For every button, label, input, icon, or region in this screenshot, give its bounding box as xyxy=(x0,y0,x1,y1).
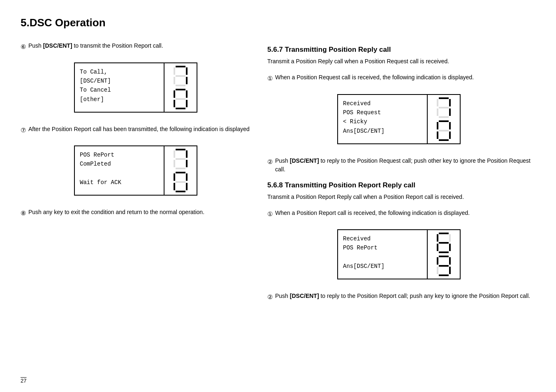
display1-digits xyxy=(164,63,197,112)
step6-circle: ⑥ xyxy=(21,42,26,52)
step8-text: Push any key to exit the condition and r… xyxy=(28,208,204,218)
step568-1-text: When a Position Report call is received,… xyxy=(275,209,470,219)
display1-wrapper: To Call, [DSC/ENT] To Cancel [other] xyxy=(21,58,251,118)
step-7: ⑦ After the Position Report call has bee… xyxy=(21,125,251,201)
display567-digit-7 xyxy=(436,97,451,118)
digit-0-bot xyxy=(173,89,188,109)
display568-digits xyxy=(427,230,460,279)
step-6: ⑥ Push [DSC/ENT] to transmit the Positio… xyxy=(21,42,251,118)
step567-2-text: Push [DSC/ENT] to reply to the Position … xyxy=(275,157,531,174)
step7-text: After the Position Report call has been … xyxy=(28,125,250,135)
display2-digit-7 xyxy=(173,149,188,169)
step-568-2: ② Push [DSC/ENT] to reply to the Positio… xyxy=(267,292,531,302)
display567-digits xyxy=(427,95,460,143)
step-567-2: ② Push [DSC/ENT] to reply to the Positio… xyxy=(267,157,531,174)
display567-text: Received POS Request < Ricky Ans[DSC/ENT… xyxy=(338,95,427,143)
display2: POS RePort ComPleted Wait for ACK xyxy=(74,145,197,196)
step568-1-circle: ① xyxy=(267,210,273,219)
section-568: 5.6.8 Transmitting Position Report Reply… xyxy=(267,181,531,201)
step568-2-circle: ② xyxy=(267,293,273,302)
display1-text: To Call, [DSC/ENT] To Cancel [other] xyxy=(75,63,164,112)
display568-digit-6 xyxy=(436,233,451,253)
display568-text: Received POS RePort Ans[DSC/ENT] xyxy=(338,230,427,279)
section567-title: 5.6.7 Transmitting Position Reply call xyxy=(267,46,531,54)
page-title: 5.DSC Operation xyxy=(21,16,535,29)
display567-wrapper: Received POS Request < Ricky Ans[DSC/ENT… xyxy=(267,89,531,149)
step567-1-text: When a Position Request call is received… xyxy=(275,73,474,83)
display1: To Call, [DSC/ENT] To Cancel [other] xyxy=(74,62,197,113)
display567: Received POS Request < Ricky Ans[DSC/ENT… xyxy=(337,94,461,144)
section568-title: 5.6.8 Transmitting Position Report Reply… xyxy=(267,181,531,189)
digit-7-top xyxy=(173,66,188,86)
step568-2-text-after: to reply to the Position Report call; pu… xyxy=(319,293,531,299)
step7-circle: ⑦ xyxy=(21,126,26,135)
step568-2-text: Push [DSC/ENT] to reply to the Position … xyxy=(275,292,530,302)
section568-body: Transmit a Position Report Reply call wh… xyxy=(267,193,531,201)
display568-digit-9 xyxy=(436,256,451,276)
right-column: 5.6.7 Transmitting Position Reply call T… xyxy=(267,42,531,309)
step6-bold: [DSC/ENT] xyxy=(43,42,72,49)
display568: Received POS RePort Ans[DSC/ENT] xyxy=(337,229,461,279)
display568-wrapper: Received POS RePort Ans[DSC/ENT] xyxy=(267,224,531,284)
step-8: ⑧ Push any key to exit the condition and… xyxy=(21,208,251,218)
step568-2-bold: [DSC/ENT] xyxy=(290,293,319,299)
section-567: 5.6.7 Transmitting Position Reply call T… xyxy=(267,46,531,66)
display2-digits xyxy=(164,146,197,195)
step567-2-bold: [DSC/ENT] xyxy=(290,157,319,164)
step567-1-circle: ① xyxy=(267,74,273,83)
step8-circle: ⑧ xyxy=(21,209,26,218)
page-number: 27 xyxy=(21,378,26,384)
section567-body: Transmit a Position Reply call when a Po… xyxy=(267,57,531,66)
left-column: ⑥ Push [DSC/ENT] to transmit the Positio… xyxy=(21,42,251,309)
display2-text: POS RePort ComPleted Wait for ACK xyxy=(75,146,164,195)
step6-text-after: to transmit the Position Report call. xyxy=(72,42,163,49)
step567-2-circle: ② xyxy=(267,157,273,174)
step-567-1: ① When a Position Request call is receiv… xyxy=(267,73,531,149)
display2-digit-0 xyxy=(173,172,188,192)
step-568-1: ① When a Position Report call is receive… xyxy=(267,209,531,285)
display567-digit-0 xyxy=(436,120,451,141)
display2-wrapper: POS RePort ComPleted Wait for ACK xyxy=(21,141,251,201)
step6-text: Push [DSC/ENT] to transmit the Position … xyxy=(28,42,163,52)
